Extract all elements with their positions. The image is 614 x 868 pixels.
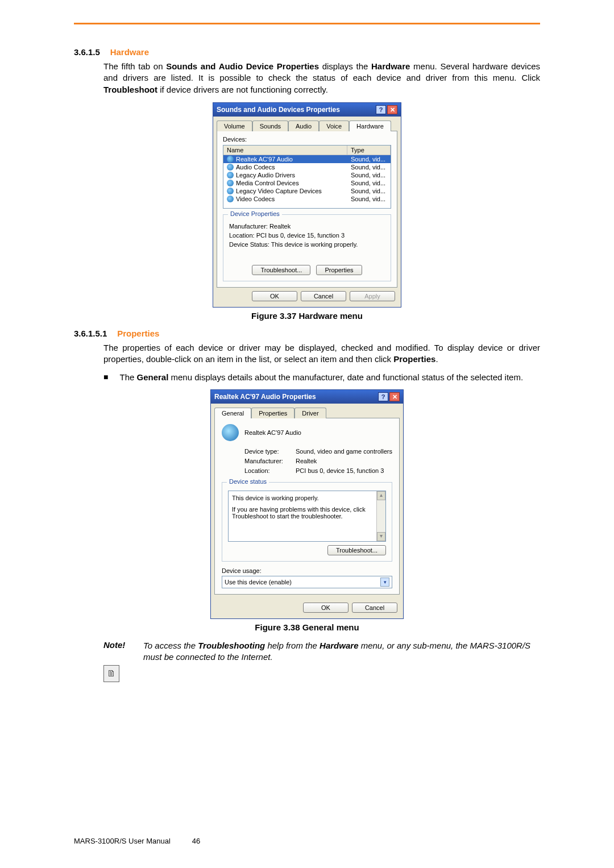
tab-voice[interactable]: Voice bbox=[319, 121, 349, 131]
section-heading-2: 3.6.1.5.1 Properties bbox=[74, 329, 540, 339]
bullet-item: ■ The General menu displays details abou… bbox=[103, 372, 540, 383]
col-name[interactable]: Name bbox=[223, 146, 347, 155]
note-body: To access the Troubleshooting help from … bbox=[143, 640, 540, 663]
status-line: Device Status: This device is working pr… bbox=[229, 241, 385, 248]
realtek-properties-dialog: Realtek AC'97 Audio Properties ? ✕ Gener… bbox=[210, 389, 404, 619]
figure-2-caption: Figure 3.38 General menu bbox=[74, 622, 540, 632]
group-title: Device Properties bbox=[228, 210, 282, 217]
help-button[interactable]: ? bbox=[376, 105, 386, 114]
location-line: Location: PCI bus 0, device 15, function… bbox=[229, 232, 385, 239]
status-textbox[interactable]: This device is working properly. If you … bbox=[228, 491, 386, 542]
general-tab-body: Realtek AC'97 Audio Device type:Sound, v… bbox=[214, 418, 400, 595]
chevron-down-icon[interactable]: ▾ bbox=[380, 578, 389, 587]
device-status-group: Device status This device is working pro… bbox=[222, 482, 392, 562]
page-footer: MARS-3100R/S User Manual 46 bbox=[74, 837, 540, 845]
troubleshoot-button[interactable]: Troubleshoot... bbox=[327, 545, 386, 555]
figure-2: Realtek AC'97 Audio Properties ? ✕ Gener… bbox=[74, 389, 540, 632]
device-icon bbox=[227, 172, 234, 178]
page-number: 46 bbox=[192, 837, 200, 845]
section-number: 3.6.1.5.1 bbox=[74, 329, 107, 338]
cancel-button[interactable]: Cancel bbox=[352, 603, 397, 613]
scrollbar[interactable]: ▴ ▾ bbox=[376, 491, 385, 541]
manufacturer-line: Manufacturer: Realtek bbox=[229, 223, 385, 230]
list-item[interactable]: Legacy Video Capture Devices Sound, vid.… bbox=[223, 187, 391, 195]
device-name: Realtek AC'97 Audio bbox=[244, 429, 301, 436]
list-item[interactable]: Realtek AC'97 Audio Sound, vid... bbox=[223, 155, 391, 163]
figure-1: Sounds and Audio Devices Properties ? ✕ … bbox=[74, 102, 540, 321]
scroll-up-icon[interactable]: ▴ bbox=[377, 491, 385, 500]
device-icon bbox=[227, 188, 234, 194]
note-label: Note! bbox=[103, 640, 143, 663]
scroll-down-icon[interactable]: ▾ bbox=[377, 532, 385, 541]
footer-left: MARS-3100R/S User Manual bbox=[74, 837, 171, 845]
tab-general[interactable]: General bbox=[214, 408, 251, 418]
close-button[interactable]: ✕ bbox=[389, 392, 400, 401]
tab-hardware[interactable]: Hardware bbox=[349, 121, 391, 131]
tab-properties[interactable]: Properties bbox=[251, 408, 294, 418]
dialog-titlebar: Realtek AC'97 Audio Properties ? ✕ bbox=[211, 390, 403, 404]
device-icon bbox=[227, 164, 234, 171]
device-usage-label: Device usage: bbox=[222, 567, 392, 574]
apply-button[interactable]: Apply bbox=[350, 291, 395, 301]
device-icon bbox=[227, 156, 234, 163]
troubleshoot-button[interactable]: Troubleshoot... bbox=[252, 265, 310, 275]
section-number: 3.6.1.5 bbox=[74, 47, 100, 57]
devices-label: Devices: bbox=[223, 136, 391, 143]
group-title: Device status bbox=[227, 478, 269, 485]
col-type[interactable]: Type bbox=[347, 146, 391, 155]
ok-button[interactable]: OK bbox=[303, 603, 349, 613]
help-button[interactable]: ? bbox=[378, 392, 388, 401]
ok-button[interactable]: OK bbox=[252, 291, 297, 301]
tab-sounds[interactable]: Sounds bbox=[252, 121, 288, 131]
list-item[interactable]: Audio Codecs Sound, vid... bbox=[223, 163, 391, 171]
device-icon bbox=[227, 180, 234, 186]
dialog-title: Sounds and Audio Devices Properties bbox=[217, 106, 340, 114]
dialog-title: Realtek AC'97 Audio Properties bbox=[214, 393, 316, 401]
devices-list[interactable]: Name Type Realtek AC'97 Audio Sound, vid… bbox=[223, 145, 391, 209]
device-icon bbox=[227, 196, 234, 202]
section2-paragraph: The properties of each device or driver … bbox=[103, 342, 540, 366]
properties-button[interactable]: Properties bbox=[316, 265, 362, 275]
list-item[interactable]: Video Codecs Sound, vid... bbox=[223, 195, 391, 203]
section-title: Hardware bbox=[110, 47, 149, 57]
hardware-tab-body: Devices: Name Type Realtek AC'97 Audio S… bbox=[217, 131, 397, 288]
tab-strip: Volume Sounds Audio Voice Hardware bbox=[213, 117, 401, 131]
section1-paragraph: The fifth tab on Sounds and Audio Device… bbox=[103, 61, 540, 95]
cancel-button[interactable]: Cancel bbox=[301, 291, 346, 301]
list-header: Name Type bbox=[223, 146, 391, 155]
device-properties-group: Device Properties Manufacturer: Realtek … bbox=[223, 214, 391, 281]
list-item[interactable]: Media Control Devices Sound, vid... bbox=[223, 179, 391, 187]
note-block: Note! To access the Troubleshooting help… bbox=[103, 640, 540, 663]
list-item[interactable]: Legacy Audio Drivers Sound, vid... bbox=[223, 171, 391, 179]
header-rule bbox=[74, 23, 540, 24]
bullet-icon: ■ bbox=[103, 372, 108, 383]
section-title: Properties bbox=[117, 329, 159, 338]
tab-strip: General Properties Driver bbox=[211, 404, 403, 418]
device-usage-combo[interactable]: Use this device (enable) ▾ bbox=[222, 576, 392, 588]
document-page: 3.6.1.5 Hardware The fifth tab on Sounds… bbox=[0, 0, 614, 868]
tab-driver[interactable]: Driver bbox=[294, 408, 326, 418]
sounds-audio-dialog: Sounds and Audio Devices Properties ? ✕ … bbox=[213, 102, 401, 308]
tab-audio[interactable]: Audio bbox=[288, 121, 319, 131]
tab-volume[interactable]: Volume bbox=[217, 121, 252, 131]
figure-1-caption: Figure 3.37 Hardware menu bbox=[74, 311, 540, 321]
dialog-titlebar: Sounds and Audio Devices Properties ? ✕ bbox=[213, 103, 401, 117]
note-page-icon: 🗎 bbox=[103, 665, 119, 682]
section-heading-1: 3.6.1.5 Hardware bbox=[74, 47, 540, 57]
device-icon bbox=[222, 424, 239, 441]
close-button[interactable]: ✕ bbox=[387, 105, 397, 114]
